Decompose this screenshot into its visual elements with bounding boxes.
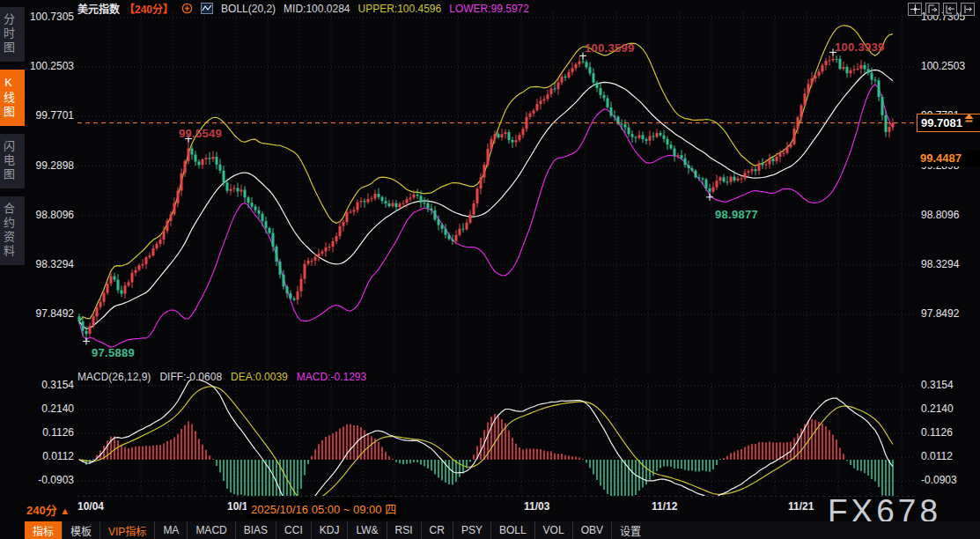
toolbar-item-vol[interactable]: VOL	[534, 521, 572, 539]
macd-label: MACD(26,12,9)	[77, 371, 151, 384]
price-annotation: 100.3599	[585, 41, 635, 55]
pan-right-icon[interactable]	[961, 3, 975, 16]
y-axis-tick-label: 98.3294	[25, 258, 74, 271]
macd-axis-tick-label: 0.0112	[25, 450, 74, 463]
y-axis-tick-label: 100.2503	[25, 60, 74, 73]
sidebar-tab-label: 分时图	[2, 13, 15, 55]
y-axis-tick-label: 99.2898	[25, 159, 74, 173]
price-annotation: 100.3939	[835, 41, 885, 54]
toolbar-item-obv[interactable]: OBV	[572, 521, 611, 539]
chart-tool-icons	[908, 3, 975, 16]
macd-axis-tick-label: 0.0112	[921, 450, 953, 463]
toolbar-item-bias[interactable]: BIAS	[235, 521, 276, 539]
period-badge[interactable]: 【240分】	[124, 1, 173, 16]
price-annotation: 98.9877	[715, 208, 758, 221]
y-axis-tick-label: 100.2503	[921, 60, 965, 73]
footer-period-text: 240分	[26, 504, 57, 517]
x-axis-tick-label: 11/03	[524, 500, 549, 513]
boll-label: BOLL(20,2)	[221, 3, 276, 15]
y-axis-tick-label: 97.8492	[25, 307, 74, 321]
price-chart-canvas[interactable]	[0, 0, 980, 539]
sidebar-tab-kline[interactable]: K线图	[0, 70, 25, 126]
zoom-in-icon[interactable]	[943, 3, 957, 16]
crosshair-icon[interactable]	[908, 3, 922, 16]
macd-axis-tick-label: 0.1126	[921, 426, 953, 439]
macd-diff-value: DIFF:-0.0608	[159, 371, 222, 384]
sidebar-tab-label: 合约资料	[2, 203, 15, 259]
triangle-up-icon: ▲	[60, 506, 70, 516]
y-axis-tick-label: 99.7701	[25, 109, 74, 122]
zoom-out-icon[interactable]	[925, 3, 939, 16]
toolbar-item-vip-indicator[interactable]: VIP指标	[99, 521, 154, 539]
symbol-name: 美元指数	[77, 1, 120, 16]
app-window: 分时图 K线图 闪电图 合约资料 美元指数 【240分】 BOLL(20,2)	[0, 0, 980, 539]
x-axis-tick-label: 10/04	[77, 500, 104, 513]
chart-type-sidebar: 分时图 K线图 闪电图 合约资料	[0, 0, 25, 539]
macd-dea-value: DEA:0.0039	[231, 371, 288, 384]
secondary-price-label: 99.4487	[917, 151, 980, 166]
sidebar-tab-timeshare[interactable]: 分时图	[0, 7, 25, 62]
macd-bar-value: MACD:-0.1293	[297, 371, 366, 384]
macd-axis-tick-label: 0.1126	[25, 426, 74, 439]
macd-axis-tick-label: -0.0903	[921, 474, 957, 487]
sidebar-tab-contract-info[interactable]: 合约资料	[0, 196, 25, 265]
toolbar-item-lw[interactable]: LW&	[347, 521, 386, 539]
toolbar-item-cci[interactable]: CCI	[276, 521, 311, 539]
macd-legend: MACD(26,12,9) DIFF:-0.0608 DEA:0.0039 MA…	[77, 371, 366, 384]
x-axis-tick-label: 11/21	[788, 500, 814, 513]
macd-axis-tick-label: 0.2140	[25, 402, 74, 416]
y-axis-tick-label: 100.7305	[25, 11, 74, 24]
x-axis-tick-label: 11/12	[652, 500, 677, 513]
add-indicator-icon[interactable]	[181, 3, 193, 14]
kline-style-icon[interactable]	[201, 3, 213, 14]
toolbar-item-template[interactable]: 模板	[62, 521, 99, 539]
chart-area: 美元指数 【240分】 BOLL(20,2) MID:100.0284 UPPE…	[0, 0, 980, 539]
macd-axis-tick-label: -0.0903	[25, 474, 74, 487]
sidebar-tab-label: K线图	[2, 76, 15, 120]
y-axis-tick-label: 98.8096	[25, 209, 74, 222]
toolbar-item-ma[interactable]: MA	[154, 521, 187, 539]
sidebar-tab-lightning[interactable]: 闪电图	[0, 134, 25, 188]
boll-upper-value: UPPER:100.4596	[357, 3, 441, 15]
macd-axis-tick-label: 0.3154	[25, 379, 74, 392]
price-annotation: 97.5889	[92, 346, 135, 359]
indicator-toolbar: 指标 模板 VIP指标 MA MACD BIAS CCI KDJ LW& RSI…	[25, 521, 980, 539]
toolbar-item-settings[interactable]: 设置	[611, 521, 649, 539]
chart-legend: 美元指数 【240分】 BOLL(20,2) MID:100.0284 UPPE…	[77, 2, 529, 15]
toolbar-item-rsi[interactable]: RSI	[387, 521, 421, 539]
footer-period-selector[interactable]: 240分 ▲	[26, 501, 70, 518]
toolbar-item-boll[interactable]: BOLL	[490, 521, 534, 539]
toolbar-item-psy[interactable]: PSY	[453, 521, 490, 539]
toolbar-item-macd[interactable]: MACD	[187, 521, 234, 539]
y-axis-tick-label: 97.8492	[921, 307, 959, 321]
toolbar-item-kdj[interactable]: KDJ	[311, 521, 348, 539]
price-up-arrow-icon	[963, 110, 975, 126]
boll-mid-value: MID:100.0284	[284, 3, 350, 15]
macd-axis-tick-label: 0.3154	[921, 379, 954, 392]
bar-date-tooltip: 2025/10/16 05:00 ~ 09:00 四	[247, 498, 401, 519]
toolbar-item-cr[interactable]: CR	[421, 521, 453, 539]
sidebar-tab-label: 闪电图	[2, 140, 15, 182]
x-axis-tick-label: 10/1	[227, 500, 247, 513]
y-axis-tick-label: 98.3294	[921, 258, 959, 271]
macd-axis-tick-label: 0.2140	[921, 402, 954, 416]
toolbar-item-indicator[interactable]: 指标	[25, 521, 62, 539]
y-axis-tick-label: 98.8096	[921, 209, 959, 222]
price-annotation: 99.5549	[179, 127, 222, 140]
boll-lower-value: LOWER:99.5972	[449, 3, 529, 15]
